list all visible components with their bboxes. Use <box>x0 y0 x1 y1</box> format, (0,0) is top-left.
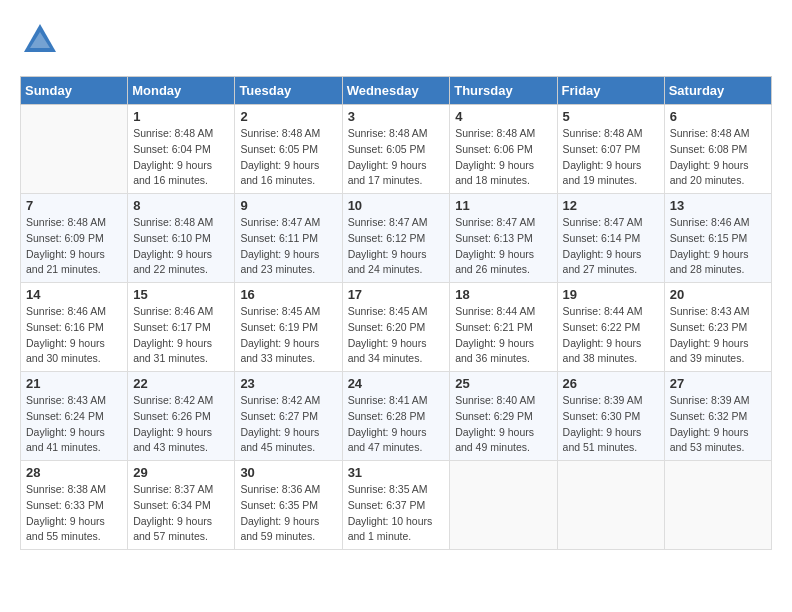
week-row-0: 1Sunrise: 8:48 AM Sunset: 6:04 PM Daylig… <box>21 105 772 194</box>
calendar-cell: 16Sunrise: 8:45 AM Sunset: 6:19 PM Dayli… <box>235 283 342 372</box>
day-header-tuesday: Tuesday <box>235 77 342 105</box>
day-info: Sunrise: 8:38 AM Sunset: 6:33 PM Dayligh… <box>26 482 122 545</box>
day-info: Sunrise: 8:48 AM Sunset: 6:05 PM Dayligh… <box>348 126 445 189</box>
week-row-2: 14Sunrise: 8:46 AM Sunset: 6:16 PM Dayli… <box>21 283 772 372</box>
day-number: 4 <box>455 109 551 124</box>
day-number: 11 <box>455 198 551 213</box>
calendar-cell: 3Sunrise: 8:48 AM Sunset: 6:05 PM Daylig… <box>342 105 450 194</box>
day-info: Sunrise: 8:43 AM Sunset: 6:23 PM Dayligh… <box>670 304 766 367</box>
day-number: 29 <box>133 465 229 480</box>
calendar-cell: 17Sunrise: 8:45 AM Sunset: 6:20 PM Dayli… <box>342 283 450 372</box>
day-number: 23 <box>240 376 336 391</box>
day-number: 14 <box>26 287 122 302</box>
calendar-cell: 1Sunrise: 8:48 AM Sunset: 6:04 PM Daylig… <box>128 105 235 194</box>
week-row-1: 7Sunrise: 8:48 AM Sunset: 6:09 PM Daylig… <box>21 194 772 283</box>
calendar-cell <box>664 461 771 550</box>
day-number: 20 <box>670 287 766 302</box>
day-number: 27 <box>670 376 766 391</box>
day-info: Sunrise: 8:48 AM Sunset: 6:09 PM Dayligh… <box>26 215 122 278</box>
calendar-cell: 14Sunrise: 8:46 AM Sunset: 6:16 PM Dayli… <box>21 283 128 372</box>
day-number: 24 <box>348 376 445 391</box>
calendar-cell: 19Sunrise: 8:44 AM Sunset: 6:22 PM Dayli… <box>557 283 664 372</box>
day-info: Sunrise: 8:47 AM Sunset: 6:12 PM Dayligh… <box>348 215 445 278</box>
day-info: Sunrise: 8:48 AM Sunset: 6:05 PM Dayligh… <box>240 126 336 189</box>
day-info: Sunrise: 8:47 AM Sunset: 6:14 PM Dayligh… <box>563 215 659 278</box>
calendar-cell: 13Sunrise: 8:46 AM Sunset: 6:15 PM Dayli… <box>664 194 771 283</box>
calendar-cell: 10Sunrise: 8:47 AM Sunset: 6:12 PM Dayli… <box>342 194 450 283</box>
day-number: 9 <box>240 198 336 213</box>
day-header-monday: Monday <box>128 77 235 105</box>
day-header-saturday: Saturday <box>664 77 771 105</box>
calendar-cell: 7Sunrise: 8:48 AM Sunset: 6:09 PM Daylig… <box>21 194 128 283</box>
calendar-cell: 12Sunrise: 8:47 AM Sunset: 6:14 PM Dayli… <box>557 194 664 283</box>
day-info: Sunrise: 8:45 AM Sunset: 6:19 PM Dayligh… <box>240 304 336 367</box>
calendar-cell: 25Sunrise: 8:40 AM Sunset: 6:29 PM Dayli… <box>450 372 557 461</box>
day-info: Sunrise: 8:46 AM Sunset: 6:15 PM Dayligh… <box>670 215 766 278</box>
day-number: 31 <box>348 465 445 480</box>
day-number: 26 <box>563 376 659 391</box>
day-number: 30 <box>240 465 336 480</box>
calendar-cell: 15Sunrise: 8:46 AM Sunset: 6:17 PM Dayli… <box>128 283 235 372</box>
calendar-cell: 26Sunrise: 8:39 AM Sunset: 6:30 PM Dayli… <box>557 372 664 461</box>
day-number: 19 <box>563 287 659 302</box>
day-header-sunday: Sunday <box>21 77 128 105</box>
day-number: 15 <box>133 287 229 302</box>
day-info: Sunrise: 8:48 AM Sunset: 6:10 PM Dayligh… <box>133 215 229 278</box>
calendar-cell: 21Sunrise: 8:43 AM Sunset: 6:24 PM Dayli… <box>21 372 128 461</box>
calendar-cell: 27Sunrise: 8:39 AM Sunset: 6:32 PM Dayli… <box>664 372 771 461</box>
day-number: 17 <box>348 287 445 302</box>
calendar-cell: 5Sunrise: 8:48 AM Sunset: 6:07 PM Daylig… <box>557 105 664 194</box>
day-info: Sunrise: 8:47 AM Sunset: 6:13 PM Dayligh… <box>455 215 551 278</box>
calendar-cell: 2Sunrise: 8:48 AM Sunset: 6:05 PM Daylig… <box>235 105 342 194</box>
logo-icon <box>20 20 60 60</box>
calendar-cell: 30Sunrise: 8:36 AM Sunset: 6:35 PM Dayli… <box>235 461 342 550</box>
day-info: Sunrise: 8:48 AM Sunset: 6:04 PM Dayligh… <box>133 126 229 189</box>
calendar-header-row: SundayMondayTuesdayWednesdayThursdayFrid… <box>21 77 772 105</box>
day-number: 3 <box>348 109 445 124</box>
day-number: 10 <box>348 198 445 213</box>
day-number: 5 <box>563 109 659 124</box>
day-info: Sunrise: 8:45 AM Sunset: 6:20 PM Dayligh… <box>348 304 445 367</box>
day-number: 2 <box>240 109 336 124</box>
calendar-cell: 23Sunrise: 8:42 AM Sunset: 6:27 PM Dayli… <box>235 372 342 461</box>
day-info: Sunrise: 8:41 AM Sunset: 6:28 PM Dayligh… <box>348 393 445 456</box>
calendar-cell: 20Sunrise: 8:43 AM Sunset: 6:23 PM Dayli… <box>664 283 771 372</box>
day-number: 8 <box>133 198 229 213</box>
calendar-cell: 18Sunrise: 8:44 AM Sunset: 6:21 PM Dayli… <box>450 283 557 372</box>
day-number: 21 <box>26 376 122 391</box>
calendar-cell <box>557 461 664 550</box>
calendar-cell <box>450 461 557 550</box>
day-info: Sunrise: 8:44 AM Sunset: 6:21 PM Dayligh… <box>455 304 551 367</box>
day-info: Sunrise: 8:37 AM Sunset: 6:34 PM Dayligh… <box>133 482 229 545</box>
day-info: Sunrise: 8:40 AM Sunset: 6:29 PM Dayligh… <box>455 393 551 456</box>
day-number: 6 <box>670 109 766 124</box>
day-number: 13 <box>670 198 766 213</box>
day-info: Sunrise: 8:47 AM Sunset: 6:11 PM Dayligh… <box>240 215 336 278</box>
logo <box>20 20 64 60</box>
day-number: 16 <box>240 287 336 302</box>
day-info: Sunrise: 8:48 AM Sunset: 6:06 PM Dayligh… <box>455 126 551 189</box>
day-info: Sunrise: 8:36 AM Sunset: 6:35 PM Dayligh… <box>240 482 336 545</box>
day-number: 18 <box>455 287 551 302</box>
day-info: Sunrise: 8:48 AM Sunset: 6:07 PM Dayligh… <box>563 126 659 189</box>
calendar-cell: 11Sunrise: 8:47 AM Sunset: 6:13 PM Dayli… <box>450 194 557 283</box>
calendar-cell: 24Sunrise: 8:41 AM Sunset: 6:28 PM Dayli… <box>342 372 450 461</box>
day-header-thursday: Thursday <box>450 77 557 105</box>
calendar-cell: 31Sunrise: 8:35 AM Sunset: 6:37 PM Dayli… <box>342 461 450 550</box>
day-number: 7 <box>26 198 122 213</box>
day-header-friday: Friday <box>557 77 664 105</box>
calendar-cell: 6Sunrise: 8:48 AM Sunset: 6:08 PM Daylig… <box>664 105 771 194</box>
day-info: Sunrise: 8:39 AM Sunset: 6:30 PM Dayligh… <box>563 393 659 456</box>
day-info: Sunrise: 8:42 AM Sunset: 6:27 PM Dayligh… <box>240 393 336 456</box>
calendar-cell: 22Sunrise: 8:42 AM Sunset: 6:26 PM Dayli… <box>128 372 235 461</box>
day-number: 25 <box>455 376 551 391</box>
day-header-wednesday: Wednesday <box>342 77 450 105</box>
day-info: Sunrise: 8:35 AM Sunset: 6:37 PM Dayligh… <box>348 482 445 545</box>
week-row-4: 28Sunrise: 8:38 AM Sunset: 6:33 PM Dayli… <box>21 461 772 550</box>
day-info: Sunrise: 8:48 AM Sunset: 6:08 PM Dayligh… <box>670 126 766 189</box>
day-info: Sunrise: 8:46 AM Sunset: 6:16 PM Dayligh… <box>26 304 122 367</box>
calendar-cell: 9Sunrise: 8:47 AM Sunset: 6:11 PM Daylig… <box>235 194 342 283</box>
week-row-3: 21Sunrise: 8:43 AM Sunset: 6:24 PM Dayli… <box>21 372 772 461</box>
day-number: 28 <box>26 465 122 480</box>
calendar-cell: 8Sunrise: 8:48 AM Sunset: 6:10 PM Daylig… <box>128 194 235 283</box>
